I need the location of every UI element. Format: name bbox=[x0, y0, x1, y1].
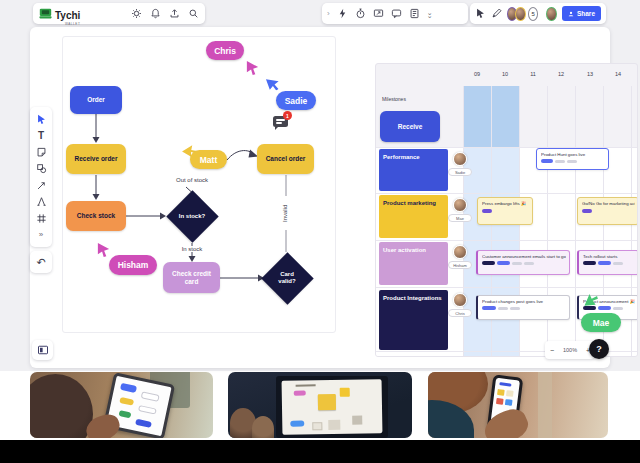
frames-panel-icon[interactable] bbox=[37, 344, 49, 356]
quick-actions-lightning-icon[interactable] bbox=[337, 8, 348, 19]
more-tools-icon[interactable]: » bbox=[30, 227, 52, 244]
zoom-out-button[interactable]: − bbox=[550, 347, 554, 354]
photo-person-head bbox=[30, 374, 93, 438]
gantt-card[interactable]: Tech rollout starts bbox=[577, 250, 638, 275]
search-icon[interactable] bbox=[188, 8, 199, 19]
photo-team-screen bbox=[228, 372, 412, 438]
pen-icon[interactable] bbox=[491, 8, 502, 19]
sadie-cursor-label: Sadie bbox=[276, 91, 316, 110]
share-label: Share bbox=[577, 10, 595, 17]
app-window: Tychi WALLET › ⌄⌄ 5 Share bbox=[0, 0, 640, 463]
gantt-card[interactable]: Go/No Go for marketing activities bbox=[577, 197, 638, 225]
photo-door-frame bbox=[538, 372, 552, 438]
settings-icon[interactable] bbox=[131, 8, 142, 19]
timer-icon[interactable] bbox=[355, 8, 366, 19]
card-meta bbox=[510, 307, 520, 310]
card-meta bbox=[567, 160, 577, 163]
share-button[interactable]: Share bbox=[562, 6, 601, 21]
card-badge bbox=[583, 261, 596, 265]
assignee-avatar[interactable] bbox=[453, 293, 467, 307]
hisham-cursor-label: Hisham bbox=[109, 255, 157, 275]
document-icon[interactable] bbox=[409, 8, 420, 19]
card-badge bbox=[598, 261, 611, 265]
collaborator-avatar[interactable] bbox=[546, 7, 556, 21]
gantt-card[interactable]: Customer announcement emails start to go… bbox=[476, 250, 570, 275]
card-meta bbox=[512, 262, 522, 265]
gantt-row-performance[interactable]: Performance bbox=[379, 149, 448, 191]
mae-cursor-label: Mae bbox=[581, 313, 621, 332]
frame-tool-icon[interactable] bbox=[30, 210, 52, 227]
share-person-icon bbox=[568, 11, 574, 17]
bottom-black-bar bbox=[0, 440, 640, 463]
shapes-tool-icon[interactable] bbox=[30, 161, 52, 178]
assignee-avatar[interactable] bbox=[453, 152, 467, 166]
flow-node-check-credit-card[interactable]: Check credit card bbox=[163, 262, 220, 293]
card-badge bbox=[497, 261, 510, 265]
undo-icon[interactable]: ↶ bbox=[36, 256, 45, 269]
collaborator-avatar[interactable] bbox=[515, 7, 525, 21]
topbar-left-island: Tychi WALLET bbox=[33, 3, 205, 24]
card-meta bbox=[613, 307, 623, 310]
gantt-column-label: 13 bbox=[580, 71, 600, 77]
cursor-tool-icon[interactable] bbox=[475, 8, 486, 19]
gantt-card[interactable]: Product changes post goes live bbox=[476, 295, 570, 320]
hisham-cursor-icon bbox=[96, 242, 111, 257]
edge-label-out-of-stock: Out of stock bbox=[172, 177, 212, 183]
gantt-column-label: 14 bbox=[608, 71, 628, 77]
flow-node-card-valid-decision[interactable]: Card valid? bbox=[261, 252, 313, 304]
logo[interactable]: Tychi WALLET bbox=[39, 5, 80, 23]
logo-text: Tychi bbox=[55, 10, 80, 21]
help-button[interactable]: ? bbox=[589, 339, 609, 359]
assignee-chip: Chris bbox=[448, 309, 472, 317]
sticky-note-tool-icon[interactable] bbox=[30, 144, 52, 161]
select-tool-icon[interactable] bbox=[30, 111, 52, 128]
card-badge bbox=[598, 306, 611, 310]
milestone-receive-button[interactable]: Receive bbox=[380, 111, 440, 142]
notifications-bell-icon[interactable] bbox=[150, 8, 161, 19]
mae-cursor-icon bbox=[582, 291, 598, 307]
photo-hand bbox=[480, 404, 532, 438]
present-screen-icon[interactable] bbox=[373, 8, 384, 19]
assignee-chip: Mae bbox=[448, 214, 472, 222]
text-tool-icon[interactable]: T bbox=[30, 128, 52, 145]
collapse-toolbar-icon[interactable]: ⌄⌄ bbox=[427, 11, 433, 17]
connector-tool-icon[interactable] bbox=[30, 194, 52, 211]
chat-icon[interactable] bbox=[391, 8, 402, 19]
presence-count-badge[interactable]: 5 bbox=[528, 7, 538, 21]
frames-panel-island bbox=[32, 340, 53, 360]
arrow-tool-icon[interactable] bbox=[30, 177, 52, 194]
card-badge bbox=[482, 209, 492, 213]
gantt-frame[interactable]: 09 10 11 12 13 14 Milestones Receive Per… bbox=[375, 63, 638, 357]
flow-node-cancel-order[interactable]: Cancel order bbox=[257, 144, 314, 174]
gantt-row-user-activation[interactable]: User activation bbox=[379, 242, 448, 285]
upload-icon[interactable] bbox=[169, 8, 180, 19]
zoom-level[interactable]: 100% bbox=[563, 347, 577, 353]
gantt-column-label: 10 bbox=[495, 71, 515, 77]
chris-cursor-label: Chris bbox=[206, 41, 244, 60]
card-badge bbox=[582, 209, 592, 213]
gantt-card[interactable]: Product Hunt goes live bbox=[536, 148, 609, 170]
flow-node-order[interactable]: Order bbox=[70, 86, 122, 114]
undo-island: ↶ bbox=[30, 251, 52, 273]
gantt-row-product-integrations[interactable]: Product Integrations bbox=[379, 290, 448, 350]
assignee-chip: Hisham bbox=[448, 261, 472, 269]
assignee-avatar[interactable] bbox=[453, 245, 467, 259]
photo-tablet-user bbox=[30, 372, 213, 438]
card-meta bbox=[498, 307, 508, 310]
photo-phone-user bbox=[428, 372, 608, 438]
flow-node-receive-order[interactable]: Receive order bbox=[66, 144, 126, 174]
collapse-left-chevron-icon[interactable]: › bbox=[327, 9, 330, 18]
assignee-chip: Sadie bbox=[448, 168, 472, 176]
flow-node-check-stock[interactable]: Check stock bbox=[66, 201, 126, 231]
edge-label-invalid: Invalid bbox=[281, 196, 289, 230]
gantt-card[interactable]: Press embargo lifts 🎉 bbox=[477, 197, 533, 225]
assignee-avatar[interactable] bbox=[453, 198, 467, 212]
gantt-row-product-marketing[interactable]: Product marketing bbox=[379, 195, 448, 238]
card-meta bbox=[555, 160, 565, 163]
logo-subtext: WALLET bbox=[65, 22, 81, 26]
photo-person-head bbox=[252, 416, 274, 438]
topbar-tools-island: › ⌄⌄ bbox=[322, 3, 468, 24]
flow-node-in-stock-decision[interactable]: In stock? bbox=[166, 190, 218, 242]
card-badge bbox=[541, 159, 553, 163]
whiteboard-canvas[interactable]: 09 10 11 12 13 14 Milestones Receive Per… bbox=[30, 27, 610, 368]
